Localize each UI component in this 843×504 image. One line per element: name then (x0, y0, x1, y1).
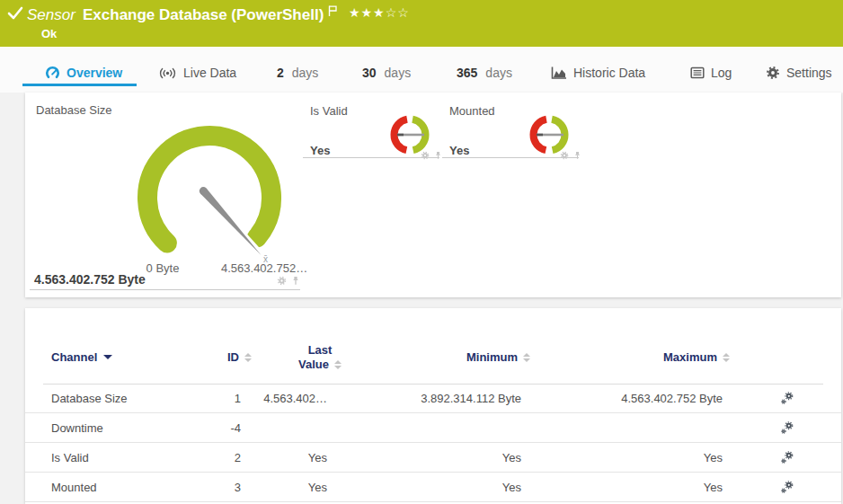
channel-id: -4 (151, 421, 241, 435)
column-header-maximum[interactable]: Maximum (582, 350, 730, 364)
widget-title: Mounted (449, 104, 495, 118)
mounted-value: Yes (449, 144, 469, 157)
tab-historic-data-label: Historic Data (573, 66, 645, 80)
column-header-channel[interactable]: Channel (51, 350, 112, 364)
active-tab-underline (22, 84, 137, 86)
page-title: Exchange Database (PowerShell) (83, 6, 324, 24)
is-valid-widget: Is Valid Yes (303, 93, 440, 251)
gauge-icon (45, 66, 60, 81)
sensor-status-header: Sensor Exchange Database (PowerShell) ★★… (0, 0, 843, 47)
table-row-is-valid[interactable]: Is Valid 2 Yes Yes Yes (25, 443, 841, 473)
channel-id: 3 (151, 481, 241, 494)
tab-settings[interactable]: Settings (766, 63, 832, 83)
sort-toggle-icon (523, 353, 530, 362)
tab-365-days-number: 365 (457, 66, 477, 80)
column-header-value-label: Value (298, 358, 329, 372)
tab-30-days[interactable]: 30 days (362, 63, 411, 83)
tab-2-days-number: 2 (277, 66, 284, 80)
tab-365-days-unit: days (485, 66, 512, 80)
column-header-minimum-label: Minimum (466, 350, 518, 364)
channel-maximum: 4.563.402.752 Byte (546, 392, 723, 405)
channel-settings-gears-icon[interactable] (780, 420, 798, 438)
tab-30-days-unit: days (385, 66, 412, 80)
sensor-page: Sensor Exchange Database (PowerShell) ★★… (0, 0, 843, 504)
tab-overview-label: Overview (67, 66, 122, 80)
database-size-value: 4.563.402.752 Byte (34, 272, 146, 287)
column-header-last-value[interactable]: Last Value (284, 343, 356, 372)
channel-maximum: Yes (546, 451, 723, 464)
channel-last-value: 4.563.402… (241, 392, 327, 405)
table-row-database-size[interactable]: Database Size 1 4.563.402… 3.892.314.112… (25, 384, 841, 413)
channel-name[interactable]: Downtime (51, 421, 103, 435)
widget-divider (442, 157, 579, 158)
widget-divider (30, 289, 300, 290)
widget-title: Is Valid (310, 104, 348, 118)
database-size-widget: Database Size x̄ 0 Byte 4.563.402.752… 4… (25, 93, 301, 297)
gear-icon (766, 66, 780, 80)
flag-icon[interactable] (327, 4, 338, 17)
channel-last-value: Yes (241, 451, 327, 464)
tab-bar: Overview Live Data 2 days 30 days 365 da… (0, 47, 843, 93)
database-size-gauge: x̄ (111, 117, 308, 268)
channel-name[interactable]: Is Valid (51, 451, 89, 464)
gauges-card: Database Size x̄ 0 Byte 4.563.402.752… 4… (25, 93, 841, 297)
widget-gear-icon[interactable] (560, 147, 569, 164)
table-row-downtime[interactable]: Downtime -4 (25, 413, 841, 443)
column-header-minimum[interactable]: Minimum (385, 350, 530, 364)
area-chart-icon (551, 66, 567, 80)
tab-historic-data[interactable]: Historic Data (551, 63, 645, 83)
widget-pin-icon[interactable] (291, 273, 300, 289)
sort-desc-icon (103, 355, 112, 359)
tab-30-days-number: 30 (362, 66, 377, 80)
widget-gear-icon[interactable] (277, 273, 287, 289)
priority-stars[interactable]: ★★★☆☆ (349, 5, 410, 20)
column-header-last-label: Last (284, 343, 356, 358)
tab-2-days[interactable]: 2 days (277, 63, 318, 83)
tab-settings-label: Settings (786, 66, 832, 80)
is-valid-value: Yes (310, 144, 330, 157)
channel-id: 1 (151, 392, 241, 405)
status-badge: Ok (41, 27, 57, 40)
tab-log[interactable]: Log (690, 63, 732, 83)
log-list-icon (690, 66, 705, 79)
widget-divider (303, 157, 439, 158)
column-header-channel-label: Channel (51, 350, 97, 364)
mounted-widget: Mounted Yes (442, 93, 580, 251)
column-header-maximum-label: Maximum (663, 350, 717, 364)
sort-toggle-icon (244, 353, 252, 362)
tab-live-data[interactable]: Live Data (158, 63, 236, 83)
column-header-id-label: ID (227, 350, 239, 364)
tab-log-label: Log (711, 66, 732, 80)
column-header-id[interactable]: ID (151, 350, 252, 364)
widget-pin-icon[interactable] (573, 147, 581, 164)
widget-pin-icon[interactable] (434, 147, 442, 164)
widget-title: Database Size (36, 103, 112, 117)
tab-2-days-unit: days (292, 66, 319, 80)
channel-minimum: Yes (349, 481, 521, 494)
table-row-mounted[interactable]: Mounted 3 Yes Yes Yes (25, 473, 841, 502)
channel-id: 2 (151, 451, 241, 464)
channel-settings-gears-icon[interactable] (780, 450, 798, 467)
widget-gear-icon[interactable] (421, 147, 430, 164)
broadcast-icon (158, 66, 177, 80)
channel-last-value: Yes (241, 481, 327, 494)
object-kind-label: Sensor (27, 6, 75, 24)
channels-table-card: Channel ID Last Value Minimum Maximum Da… (25, 308, 841, 504)
status-ok-check-icon (7, 6, 23, 21)
tab-365-days[interactable]: 365 days (457, 63, 512, 83)
tab-overview[interactable]: Overview (45, 63, 122, 83)
channel-maximum: Yes (546, 481, 723, 494)
channel-settings-gears-icon[interactable] (780, 480, 798, 497)
sort-toggle-icon (334, 360, 342, 369)
tab-live-data-label: Live Data (183, 66, 236, 80)
channel-minimum: Yes (349, 451, 521, 464)
channel-settings-gears-icon[interactable] (780, 391, 798, 408)
channel-name[interactable]: Mounted (51, 481, 97, 494)
channel-name[interactable]: Database Size (51, 392, 128, 405)
sort-toggle-icon (723, 353, 730, 362)
channel-minimum: 3.892.314.112 Byte (349, 392, 521, 405)
